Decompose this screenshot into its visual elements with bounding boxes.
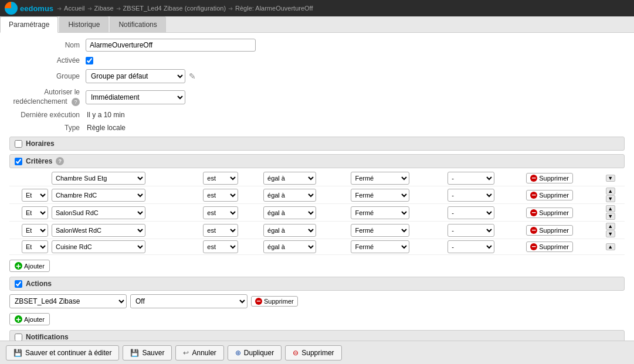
derniere-label: Dernière exécution [9, 111, 86, 119]
minus-icon: − [530, 227, 537, 234]
criteria-row: Et SalonWest RdC est égal à Fermé - − Su… [9, 222, 625, 239]
op-select[interactable]: est [203, 189, 238, 202]
action-supprimer-button[interactable]: − Supprimer [251, 296, 298, 307]
minus-icon: − [530, 243, 537, 250]
activee-checkbox[interactable] [86, 57, 93, 64]
delete-button[interactable]: ⊖ Supprimer [285, 345, 341, 360]
action-val-select[interactable]: Off [130, 294, 248, 308]
criteria-row: Et Cuisine RdC est égal à Fermé - − Supp… [9, 239, 625, 255]
autoriser-label: Autoriser le [44, 88, 80, 96]
device-select[interactable]: Chambre RdC [52, 189, 145, 202]
eq-select[interactable]: égal à [263, 206, 316, 219]
op-select[interactable]: est [203, 206, 238, 219]
extra-select[interactable]: - [447, 189, 494, 202]
row-arrows: ▲ [606, 243, 623, 250]
supprimer-button[interactable]: − Supprimer [526, 190, 573, 200]
activee-label: Activée [9, 56, 86, 64]
extra-select[interactable]: - [447, 224, 494, 237]
pencil-icon[interactable]: ✎ [189, 72, 196, 81]
arrow-down[interactable]: ▼ [606, 175, 615, 182]
arrow-up[interactable]: ▲ [606, 205, 615, 212]
tab-historique[interactable]: Historique [59, 16, 109, 32]
actions-checkbox[interactable] [15, 280, 22, 288]
breadcrumb-zibase[interactable]: Zibase [94, 5, 114, 12]
device-select[interactable]: SalonWest RdC [52, 224, 145, 237]
val-select[interactable]: Fermé [351, 240, 409, 253]
eq-select[interactable]: égal à [263, 224, 316, 237]
logo: eedomus [5, 2, 53, 15]
save-continue-button[interactable]: 💾 Sauver et continuer à éditer [6, 345, 119, 360]
eq-select[interactable]: égal à [263, 240, 316, 253]
eq-select[interactable]: égal à [263, 172, 316, 185]
supprimer-button[interactable]: − Supprimer [526, 241, 573, 252]
arrow-up[interactable]: ▲ [606, 243, 615, 250]
nom-input[interactable] [86, 39, 256, 52]
criteres-checkbox[interactable] [15, 158, 22, 165]
val-select[interactable]: Fermé [351, 172, 409, 185]
nom-label: Nom [9, 41, 86, 49]
cancel-button[interactable]: ↩ Annuler [175, 345, 223, 360]
cond-select[interactable]: Et [22, 224, 48, 237]
minus-icon: − [530, 192, 537, 199]
derniere-row: Dernière exécution Il y a 10 min [9, 111, 625, 119]
device-select[interactable]: Chambre Sud Etg [52, 172, 145, 185]
device-select[interactable]: Cuisine RdC [52, 240, 145, 253]
actions-add-button[interactable]: + Ajouter [9, 313, 50, 325]
supprimer-button[interactable]: − Supprimer [526, 173, 573, 183]
eq-select[interactable]: égal à [263, 189, 316, 202]
breadcrumb: ➜ Accueil ➜ Zibase ➜ ZBSET_Led4 Zibase (… [57, 5, 313, 12]
arrow-down[interactable]: ▼ [606, 230, 615, 237]
notifications-checkbox[interactable] [15, 334, 22, 341]
cond-select[interactable]: Et [22, 240, 48, 253]
arrow-up[interactable]: ▲ [606, 223, 615, 230]
tab-parametrage[interactable]: Paramétrage [0, 16, 58, 33]
autoriser-select[interactable]: Immédiatement [86, 90, 185, 104]
criteres-add-button[interactable]: + Ajouter [9, 260, 50, 272]
breadcrumb-accueil[interactable]: Accueil [64, 5, 84, 12]
minus-icon: − [530, 209, 537, 216]
bottom-bar: 💾 Sauver et continuer à éditer 💾 Sauver … [0, 341, 634, 364]
duplicate-button[interactable]: ⊕ Dupliquer [228, 345, 282, 360]
op-select[interactable]: est [203, 240, 238, 253]
extra-select[interactable]: - [447, 172, 494, 185]
val-select[interactable]: Fermé [351, 189, 409, 202]
help-icon[interactable]: ? [72, 98, 80, 106]
val-select[interactable]: Fermé [351, 206, 409, 219]
actions-label: Actions [26, 280, 52, 288]
arrow-up[interactable]: ▲ [606, 188, 615, 195]
cond-select[interactable]: Et [22, 206, 48, 219]
type-value: Règle locale [86, 124, 126, 132]
op-select[interactable]: est [203, 224, 238, 237]
device-select[interactable]: SalonSud RdC [52, 206, 145, 219]
val-select[interactable]: Fermé [351, 224, 409, 237]
extra-select[interactable]: - [447, 240, 494, 253]
cond-select[interactable]: Et [22, 189, 48, 202]
criteres-help-icon[interactable]: ? [56, 157, 64, 165]
minus-icon: − [530, 175, 537, 182]
actions-plus-icon: + [15, 315, 22, 323]
save-continue-icon: 💾 [13, 349, 22, 357]
save-button[interactable]: 💾 Sauver [123, 345, 172, 360]
logo-icon [5, 2, 18, 15]
groupe-label: Groupe [9, 72, 86, 80]
action-device-select[interactable]: ZBSET_Led4 Zibase [9, 294, 127, 308]
delete-icon: ⊖ [293, 349, 299, 357]
groupe-select[interactable]: Groupe par défaut [86, 69, 185, 83]
extra-select[interactable]: - [447, 206, 494, 219]
supprimer-button[interactable]: − Supprimer [526, 225, 573, 236]
breadcrumb-zbset[interactable]: ZBSET_Led4 Zibase (configuration) [123, 5, 226, 12]
arrow-down[interactable]: ▼ [606, 213, 615, 220]
type-row: Type Règle locale [9, 124, 625, 132]
derniere-value: Il y a 10 min [86, 111, 125, 119]
actions-section: Actions [9, 277, 625, 291]
supprimer-button[interactable]: − Supprimer [526, 207, 573, 218]
arrow-down[interactable]: ▼ [606, 195, 615, 202]
horaires-label: Horaires [26, 140, 55, 148]
horaires-checkbox[interactable] [15, 140, 22, 148]
op-select[interactable]: est [203, 172, 238, 185]
cancel-icon: ↩ [183, 349, 189, 357]
action-row: ZBSET_Led4 Zibase Off − Supprimer [9, 294, 625, 308]
tab-notifications[interactable]: Notifications [110, 16, 165, 32]
type-label: Type [9, 124, 86, 132]
tabs-bar: Paramétrage Historique Notifications [0, 16, 634, 33]
